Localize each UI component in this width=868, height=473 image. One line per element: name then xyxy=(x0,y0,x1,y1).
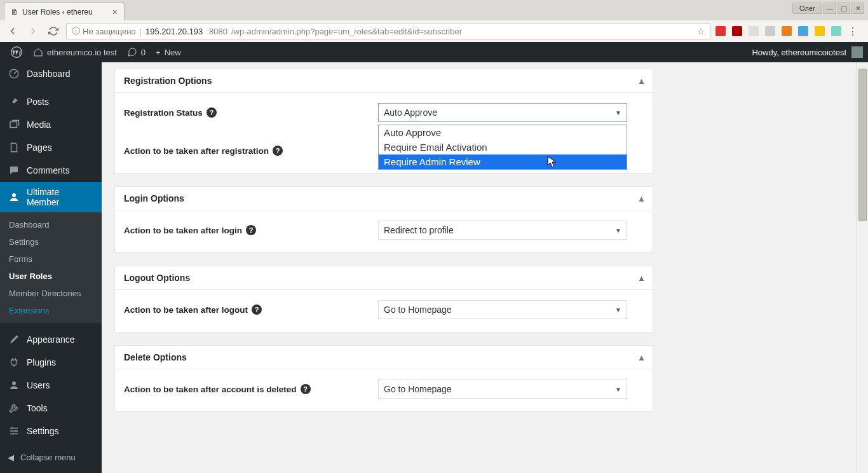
ext-icon[interactable] xyxy=(782,26,792,36)
svg-point-4 xyxy=(12,381,16,385)
star-icon[interactable]: ☆ xyxy=(697,27,705,36)
registration-status-dropdown: Auto Approve Require Email Activation Re… xyxy=(378,125,627,170)
dropdown-option-auto-approve[interactable]: Auto Approve xyxy=(379,125,627,140)
menu-plugins[interactable]: Plugins xyxy=(0,351,102,374)
browser-tab[interactable]: 🗎 User Roles ‹ ethereu × xyxy=(4,3,125,20)
help-icon[interactable]: ? xyxy=(301,384,311,394)
collapse-toggle-icon[interactable]: ▴ xyxy=(639,352,644,362)
registration-status-select[interactable]: Auto Approve ▼ xyxy=(378,103,627,122)
help-icon[interactable]: ? xyxy=(273,146,283,156)
submenu-settings[interactable]: Settings xyxy=(0,233,102,250)
menu-users[interactable]: Users xyxy=(0,374,102,397)
submenu-forms[interactable]: Forms xyxy=(0,250,102,268)
submenu-dashboard[interactable]: Dashboard xyxy=(0,216,102,233)
forward-button[interactable] xyxy=(25,24,41,39)
wp-logo[interactable] xyxy=(5,42,28,62)
adminbar: ethereumico.io test 0 + New Howdy, ether… xyxy=(0,42,868,62)
dropdown-option-require-email[interactable]: Require Email Activation xyxy=(379,140,627,154)
url-path: /wp-admin/admin.php?page=um_roles&tab=ed… xyxy=(231,27,462,36)
menu-appearance[interactable]: Appearance xyxy=(0,328,102,351)
menu-tools[interactable]: Tools xyxy=(0,397,102,420)
registration-options-panel: Registration Options ▴ Registration Stat… xyxy=(114,69,653,174)
ext-icon[interactable] xyxy=(815,26,825,36)
menu-posts[interactable]: Posts xyxy=(0,90,102,113)
window-minimize-button[interactable]: — xyxy=(824,3,836,14)
wrench-icon xyxy=(8,402,20,415)
menu-dashboard[interactable]: Dashboard xyxy=(0,62,102,85)
action-after-delete-label: Action to be taken after account is dele… xyxy=(124,384,378,394)
menu-settings[interactable]: Settings xyxy=(0,420,102,442)
plug-icon xyxy=(8,356,20,369)
comment-icon xyxy=(8,164,20,177)
ext-icon[interactable] xyxy=(798,26,808,36)
media-icon xyxy=(8,118,20,131)
ext-icon[interactable] xyxy=(732,26,742,36)
chevron-down-icon: ▼ xyxy=(615,227,621,234)
menu-comments[interactable]: Comments xyxy=(0,159,102,182)
ext-icon[interactable] xyxy=(715,26,726,36)
window-maximize-button[interactable]: ▢ xyxy=(837,3,850,14)
url-host: 195.201.20.193 xyxy=(146,27,203,36)
submenu-user-roles[interactable]: User Roles xyxy=(0,268,102,285)
scrollbar-thumb[interactable] xyxy=(858,69,867,221)
help-icon[interactable]: ? xyxy=(207,107,217,118)
help-icon[interactable]: ? xyxy=(252,305,262,315)
svg-rect-2 xyxy=(10,122,17,128)
pin-icon xyxy=(8,95,20,108)
logout-options-panel: Logout Options ▴ Action to be taken afte… xyxy=(114,266,653,332)
panel-title: Delete Options xyxy=(124,352,187,362)
chevron-down-icon: ▼ xyxy=(615,386,621,393)
action-after-registration-label: Action to be taken after registration ? xyxy=(124,146,378,156)
os-user-badge: Олег xyxy=(792,3,822,14)
action-after-logout-select[interactable]: Go to Homepage ▼ xyxy=(378,300,627,319)
howdy-text[interactable]: Howdy, ethereumicoiotest xyxy=(752,48,846,57)
menu-icon[interactable]: ⋮ xyxy=(848,25,858,38)
panel-title: Registration Options xyxy=(124,76,212,86)
collapse-toggle-icon[interactable]: ▴ xyxy=(639,273,644,283)
collapse-menu[interactable]: ◀Collapse menu xyxy=(0,448,102,467)
menu-pages[interactable]: Pages xyxy=(0,136,102,159)
sliders-icon xyxy=(8,425,20,437)
window-close-button[interactable]: ✕ xyxy=(851,3,864,14)
brush-icon xyxy=(8,333,20,346)
panel-title: Login Options xyxy=(124,193,184,203)
new-content[interactable]: + New xyxy=(151,42,186,62)
reload-button[interactable] xyxy=(46,24,61,39)
action-after-login-label: Action to be taken after login ? xyxy=(124,225,378,235)
submenu-member-directories[interactable]: Member Directories xyxy=(0,285,102,302)
plus-icon: + xyxy=(156,48,161,57)
users-icon xyxy=(8,379,20,392)
content-area: Registration Options ▴ Registration Stat… xyxy=(102,62,868,473)
scrollbar[interactable] xyxy=(857,62,868,473)
menu-ultimate-member[interactable]: Ultimate Member xyxy=(0,182,102,212)
collapse-toggle-icon[interactable]: ▴ xyxy=(639,193,644,203)
help-icon[interactable]: ? xyxy=(246,225,256,235)
chevron-down-icon: ▼ xyxy=(615,306,621,313)
ext-icon[interactable] xyxy=(765,26,775,36)
svg-point-3 xyxy=(12,193,16,197)
collapse-toggle-icon[interactable]: ▴ xyxy=(639,76,644,86)
close-tab-icon[interactable]: × xyxy=(112,7,118,17)
file-icon: 🗎 xyxy=(11,8,18,17)
submenu-extensions[interactable]: Extensions xyxy=(0,302,102,319)
comments-link[interactable]: 0 xyxy=(122,42,151,62)
url-port: :8080 xyxy=(207,27,227,36)
back-button[interactable] xyxy=(5,24,20,39)
tab-title: User Roles ‹ ethereu xyxy=(22,8,93,17)
action-after-delete-select[interactable]: Go to Homepage ▼ xyxy=(378,380,627,399)
panel-title: Logout Options xyxy=(124,273,190,283)
site-name[interactable]: ethereumico.io test xyxy=(28,42,122,62)
chevron-down-icon: ▼ xyxy=(615,109,621,116)
collapse-icon: ◀ xyxy=(8,453,14,462)
avatar[interactable] xyxy=(851,46,863,58)
ext-icon[interactable] xyxy=(831,26,841,36)
action-after-logout-label: Action to be taken after logout ? xyxy=(124,305,378,315)
action-after-login-select[interactable]: Redirect to profile ▼ xyxy=(378,221,627,240)
ext-icon[interactable] xyxy=(749,26,759,36)
delete-options-panel: Delete Options ▴ Action to be taken afte… xyxy=(114,345,653,412)
dashboard-icon xyxy=(8,67,20,80)
dropdown-option-require-admin[interactable]: Require Admin Review xyxy=(379,154,627,169)
registration-status-label: Registration Status ? xyxy=(124,107,378,118)
address-bar[interactable]: ⓘ Не защищено | 195.201.20.193:8080/wp-a… xyxy=(66,23,710,39)
menu-media[interactable]: Media xyxy=(0,113,102,136)
